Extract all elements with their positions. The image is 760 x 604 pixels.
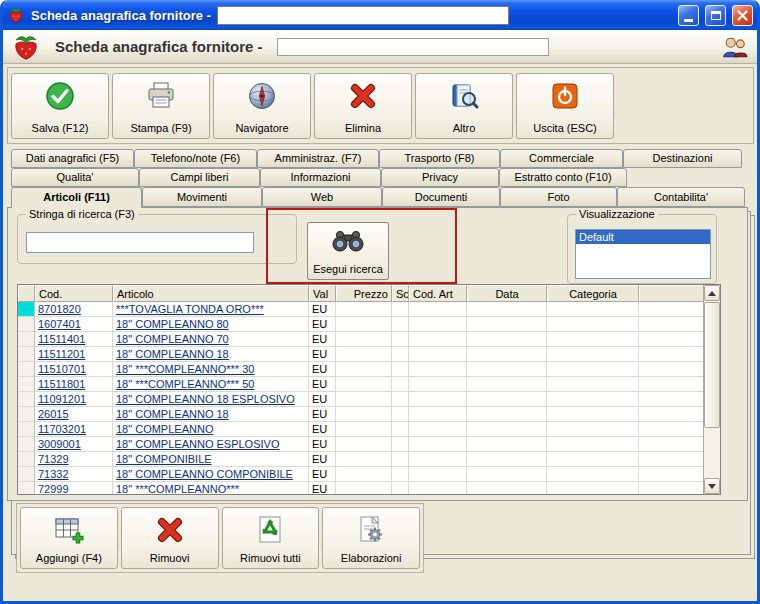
table-row[interactable]: 11511801 18" ***COMPLEANNO*** 50 EU [18,377,703,392]
articolo-link[interactable]: 18" ***COMPLEANNO*** [116,483,239,494]
articolo-link[interactable]: 18" COMPLEANNO 18 [116,408,229,420]
users-icon[interactable] [721,34,749,60]
table-row[interactable]: 11510701 18" ***COMPLEANNO*** 30 EU [18,362,703,377]
table-row[interactable]: 11091201 18" COMPLEANNO 18 ESPLOSIVO EU [18,392,703,407]
maximize-button[interactable] [705,5,726,26]
articoli-tab-page: Stringa di ricerca (F3) Esegui ricerca V… [7,207,748,501]
table-row[interactable]: 8701820 ***TOVAGLIA TONDA ORO*** EU [18,302,703,317]
table-row[interactable]: 11511201 18" COMPLEANNO 18 EU [18,347,703,362]
articolo-link[interactable]: ***TOVAGLIA TONDA ORO*** [116,303,264,315]
articolo-link[interactable]: 18" ***COMPLEANNO*** 50 [116,378,254,390]
tab-web[interactable]: Web [262,187,382,207]
header-categoria[interactable]: Categoria [547,285,639,302]
cod-link[interactable]: 3009001 [38,438,81,450]
cod-link[interactable]: 11511801 [38,378,85,390]
tab-amministraz[interactable]: Amministraz. (F7) [257,149,379,168]
header-articolo[interactable]: Articolo [113,285,309,302]
articolo-link[interactable]: 18" COMPONIBILE [116,453,212,465]
uscita-button[interactable]: Uscita (ESC) [516,73,614,139]
header-sc[interactable]: Sc1 [392,285,409,302]
articolo-link[interactable]: 18" COMPLEANNO 80 [116,318,229,330]
strawberry-icon [11,32,41,62]
visualizzazione-listbox[interactable]: Default [575,229,711,279]
tab-estratto-conto[interactable]: Estratto conto (F10) [499,168,627,187]
esegui-ricerca-button[interactable]: Esegui ricerca [307,222,389,280]
elaborazioni-button[interactable]: Elaborazioni [322,507,420,569]
table-row[interactable]: 11703201 18" COMPLEANNO EU [18,422,703,437]
supplier-name-field[interactable] [277,38,549,56]
header-prezzo[interactable]: Prezzo [336,285,392,302]
cod-link[interactable]: 26015 [38,408,69,420]
table-row[interactable]: 3009001 18" COMPLEANNO ESPLOSIVO EU [18,437,703,452]
header-val[interactable]: Val [309,285,336,302]
table-row[interactable]: 72999 18" ***COMPLEANNO*** EU [18,482,703,494]
vertical-scrollbar[interactable] [703,285,720,494]
altro-button[interactable]: Altro [415,73,513,139]
table-row[interactable]: 26015 18" COMPLEANNO 18 EU [18,407,703,422]
cod-link[interactable]: 11511401 [38,333,85,345]
tab-contabilita[interactable]: Contabilita' [617,187,745,207]
cod-link[interactable]: 11511201 [38,348,85,360]
scrollbar-thumb[interactable] [704,302,720,428]
elimina-label: Elimina [345,122,381,134]
titlebar-name-field[interactable] [217,6,509,25]
header-cod[interactable]: Cod. [35,285,113,302]
elaborazioni-label: Elaborazioni [341,552,402,564]
table-row[interactable]: 71329 18" COMPONIBILE EU [18,452,703,467]
tab-documenti[interactable]: Documenti [382,187,500,207]
cod-link[interactable]: 72999 [38,483,69,494]
tab-commerciale[interactable]: Commerciale [500,149,623,168]
val-cell: EU [309,437,336,452]
navigatore-button[interactable]: Navigatore [213,73,311,139]
tab-destinazioni[interactable]: Destinazioni [623,149,742,168]
tab-telefono-note[interactable]: Telefono/note (F6) [134,149,257,168]
articolo-link[interactable]: 18" COMPLEANNO ESPLOSIVO [116,438,279,450]
cod-link[interactable]: 71329 [38,453,69,465]
search-input[interactable] [26,232,254,253]
cod-link[interactable]: 11091201 [38,393,86,405]
rimuovi-tutti-button[interactable]: Rimuovi tutti [222,507,320,569]
tab-campi-liberi[interactable]: Campi liberi [139,168,260,187]
table-row[interactable]: 11511401 18" COMPLEANNO 70 EU [18,332,703,347]
data-cell [467,362,547,377]
cod-link[interactable]: 11703201 [38,423,86,435]
rimuovi-button[interactable]: Rimuovi [121,507,219,569]
tab-movimenti[interactable]: Movimenti [142,187,262,207]
cod-link[interactable]: 1607401 [38,318,81,330]
articolo-link[interactable]: 18" COMPLEANNO 18 [116,348,229,360]
close-button[interactable] [732,5,753,26]
cod-link[interactable]: 71332 [38,468,69,480]
header-cod-art[interactable]: Cod. Art [409,285,467,302]
articolo-link[interactable]: 18" ***COMPLEANNO*** 30 [116,363,254,375]
stampa-button[interactable]: Stampa (F9) [112,73,210,139]
filler-cell [639,302,703,317]
aggiungi-button[interactable]: Aggiungi (F4) [20,507,118,569]
scroll-down-button[interactable] [704,478,720,494]
cod-link[interactable]: 8701820 [38,303,81,315]
val-cell: EU [309,407,336,422]
tab-informazioni[interactable]: Informazioni [260,168,381,187]
data-cell [467,392,547,407]
articolo-link[interactable]: 18" COMPLEANNO 70 [116,333,229,345]
elimina-button[interactable]: Elimina [314,73,412,139]
cod-link[interactable]: 11510701 [38,363,86,375]
salva-button[interactable]: Salva (F12) [11,73,109,139]
scroll-up-button[interactable] [704,285,720,301]
articolo-link[interactable]: 18" COMPLEANNO [116,423,213,435]
table-row[interactable]: 1607401 18" COMPLEANNO 80 EU [18,317,703,332]
header-data[interactable]: Data [467,285,547,302]
list-item-default[interactable]: Default [576,230,710,244]
tab-qualita[interactable]: Qualita' [11,168,139,187]
table-row[interactable]: 71332 18" COMPLEANNO COMPONIBILE EU [18,467,703,482]
tab-trasporto[interactable]: Trasporto (F8) [379,149,500,168]
tab-foto[interactable]: Foto [500,187,617,207]
tab-dati-anagrafici[interactable]: Dati anagrafici (F5) [11,149,134,168]
tab-privacy[interactable]: Privacy [381,168,499,187]
articolo-link[interactable]: 18" COMPLEANNO COMPONIBILE [116,468,293,480]
binoculars-icon [331,229,365,253]
esegui-ricerca-label: Esegui ricerca [313,263,383,275]
tab-articoli[interactable]: Articoli (F11) [11,187,142,208]
save-check-icon [44,79,76,113]
articolo-link[interactable]: 18" COMPLEANNO 18 ESPLOSIVO [116,393,295,405]
minimize-button[interactable] [678,5,699,26]
